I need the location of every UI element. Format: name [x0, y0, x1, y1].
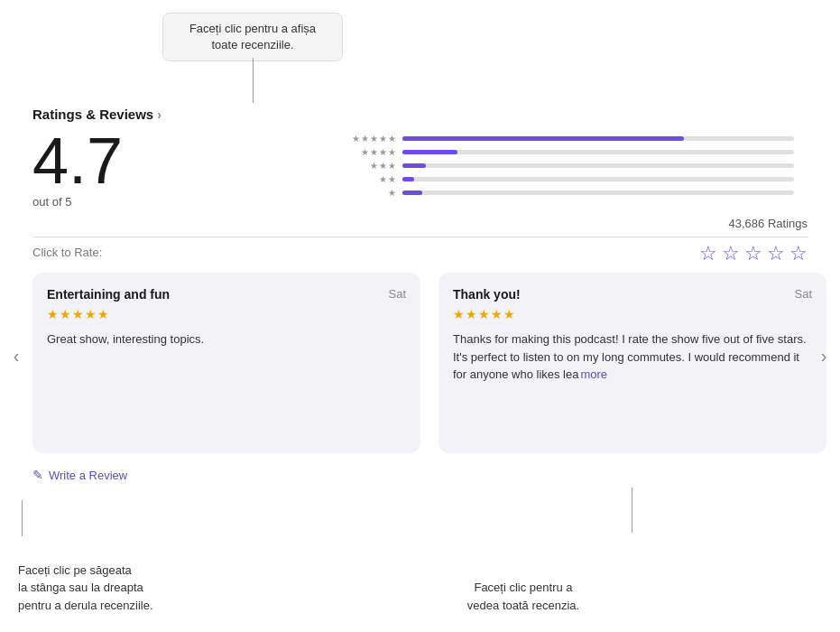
chevron-right-icon: ›: [821, 346, 827, 367]
histogram-stars-2: ★★★: [343, 161, 397, 171]
tooltip-br-2: vedea toată recenzia.: [467, 599, 579, 612]
review-more-link[interactable]: more: [580, 367, 607, 381]
write-icon: ✎: [32, 468, 43, 482]
review-header-0: Entertaining and fun Sat: [47, 287, 406, 302]
ratings-count: 43,686 Ratings: [729, 217, 808, 230]
click-to-rate-label: Click to Rate:: [32, 246, 102, 259]
tooltip-bottom-right-connector: [632, 488, 632, 533]
review-title-1: Thank you!: [453, 287, 521, 302]
histogram-bar-track-4: [402, 191, 794, 195]
tooltip-bottom-left: Faceți clic pe săgeata la stânga sau la …: [18, 562, 198, 615]
tooltip-bl-1: Faceți clic pe săgeata: [18, 563, 132, 577]
histogram-row-0: ★★★★★: [343, 134, 794, 144]
histogram-bar-track-3: [402, 177, 794, 181]
histogram-bar-fill-4: [402, 191, 422, 195]
tooltip-bottom-right: Faceți clic pentru a vedea toată recenzi…: [433, 579, 614, 614]
review-stars-0: ★★★★★: [47, 307, 406, 321]
tooltip-top: Faceți clic pentru a afișa toate recenzi…: [162, 13, 343, 61]
review-body-1: Thanks for making this podcast! I rate t…: [453, 330, 812, 384]
histogram-bar-fill-3: [402, 177, 414, 181]
star-1[interactable]: ☆: [699, 242, 717, 265]
histogram-stars-3: ★★: [343, 174, 397, 184]
divider-line: [32, 237, 808, 237]
star-5[interactable]: ☆: [789, 242, 808, 265]
histogram-bar-track-2: [402, 163, 794, 168]
review-title-0: Entertaining and fun: [47, 287, 170, 302]
ratings-reviews-header[interactable]: Ratings & Reviews ›: [32, 107, 162, 122]
histogram-row-1: ★★★★: [343, 147, 794, 157]
review-date-1: Sat: [794, 287, 812, 301]
histogram-row-2: ★★★: [343, 161, 794, 171]
star-rating-input[interactable]: ☆ ☆ ☆ ☆ ☆: [699, 242, 808, 265]
histogram-stars-4: ★: [343, 188, 397, 198]
histogram-stars-0: ★★★★★: [343, 134, 397, 144]
nav-arrow-left[interactable]: ‹: [4, 343, 29, 368]
histogram-row-3: ★★: [343, 174, 794, 184]
ratings-reviews-label: Ratings & Reviews: [32, 107, 153, 122]
review-date-0: Sat: [388, 287, 406, 301]
histogram-stars-1: ★★★★: [343, 147, 397, 157]
tooltip-bl-2: la stânga sau la dreapta: [18, 581, 143, 594]
review-body-text-1: Thanks for making this podcast! I rate t…: [453, 332, 807, 381]
tooltip-br-1: Faceți clic pentru a: [474, 581, 572, 594]
review-header-1: Thank you! Sat: [453, 287, 812, 302]
histogram-bar-fill-0: [402, 136, 684, 141]
tooltip-bl-3: pentru a derula recenziile.: [18, 599, 153, 612]
histogram-bar-track-0: [402, 136, 794, 141]
star-4[interactable]: ☆: [767, 242, 785, 265]
nav-arrow-right[interactable]: ›: [811, 343, 836, 368]
review-card-0: Entertaining and fun Sat ★★★★★ Great sho…: [32, 273, 420, 453]
review-card-1: Thank you! Sat ★★★★★ Thanks for making t…: [438, 273, 826, 453]
tooltip-bottom-left-connector: [22, 500, 23, 536]
write-review-button[interactable]: ✎ Write a Review: [32, 468, 127, 482]
review-stars-1: ★★★★★: [453, 307, 812, 321]
chevron-left-icon: ‹: [14, 346, 20, 367]
star-2[interactable]: ☆: [722, 242, 740, 265]
tooltip-top-line2: toate recenziile.: [211, 38, 293, 51]
review-body-0: Great show, interesting topics.: [47, 330, 406, 349]
histogram-bar-track-1: [402, 150, 794, 154]
rating-big-block: 4.7 out of 5: [32, 128, 123, 209]
rating-score: 4.7: [32, 128, 123, 193]
write-review-label: Write a Review: [49, 469, 127, 482]
tooltip-top-line1: Faceți clic pentru a afișa: [189, 22, 316, 35]
histogram-bar-fill-2: [402, 163, 426, 168]
chevron-right-icon: ›: [157, 107, 162, 122]
stars-histogram: ★★★★★★★★★★★★★★★: [343, 134, 794, 201]
histogram-row-4: ★: [343, 188, 794, 198]
star-3[interactable]: ☆: [744, 242, 762, 265]
histogram-bar-fill-1: [402, 150, 457, 154]
tooltip-top-connector: [253, 58, 254, 103]
rating-out-of: out of 5: [32, 195, 123, 209]
